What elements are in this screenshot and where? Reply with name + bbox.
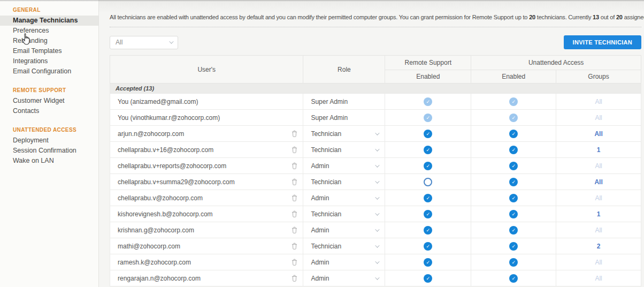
role-value: Technician <box>311 243 341 250</box>
user-email: chellaprabu.v@zohocorp.com <box>118 194 203 202</box>
delete-technician-icon[interactable] <box>292 210 297 217</box>
technicians-summary-text: All technicians are enabled with unatten… <box>110 0 641 20</box>
table-row: You (anizamed@gmail.com) Super Admin All <box>110 94 641 110</box>
filter-selected-value: All <box>116 39 122 46</box>
remote-support-toggle[interactable] <box>424 258 432 267</box>
groups-link[interactable]: All <box>595 259 602 266</box>
remote-support-toggle[interactable] <box>424 162 432 170</box>
remote-support-toggle[interactable] <box>424 226 432 235</box>
settings-sidebar: GENERAL Manage Technicians Preferences R… <box>0 0 99 287</box>
role-value: Admin <box>311 226 329 234</box>
unattended-access-toggle[interactable] <box>509 114 518 122</box>
groups-link[interactable]: 2 <box>597 243 601 250</box>
table-row: mathi@zohocorp.com Technician 2 <box>110 238 641 254</box>
user-email: chellaprabu.v+summa29@zohocorp.com <box>118 178 235 186</box>
remote-support-toggle[interactable] <box>424 194 432 202</box>
role-value: Admin <box>311 259 329 266</box>
sidebar-item-customer-widget[interactable]: Customer Widget <box>0 96 98 106</box>
delete-technician-icon[interactable] <box>292 194 297 201</box>
user-email: kishorevignesh.b@zohocorp.com <box>118 210 213 218</box>
delete-technician-icon[interactable] <box>292 178 297 185</box>
table-row: rengarajan.n@zohocorp.com Admin All <box>110 270 641 286</box>
chevron-down-icon <box>375 243 380 247</box>
chevron-down-icon <box>375 275 380 280</box>
role-value: Technician <box>311 178 341 186</box>
unattended-access-toggle[interactable] <box>509 97 518 106</box>
sidebar-item-session-confirmation[interactable]: Session Confirmation <box>0 146 98 156</box>
chevron-down-icon <box>375 131 380 135</box>
groups-link[interactable]: 1 <box>597 146 601 154</box>
unattended-access-toggle[interactable] <box>509 226 518 235</box>
sidebar-section-remote-support: REMOTE SUPPORT <box>0 83 98 96</box>
groups-link[interactable]: All <box>595 226 602 234</box>
user-email: chellaprabu.v+16@zohocorp.com <box>118 146 213 154</box>
unattended-access-toggle[interactable] <box>509 258 518 267</box>
sidebar-item-contacts[interactable]: Contacts <box>0 106 98 116</box>
chevron-down-icon <box>375 195 380 199</box>
delete-technician-icon[interactable] <box>292 275 297 282</box>
unattended-access-toggle[interactable] <box>509 274 518 283</box>
delete-technician-icon[interactable] <box>292 243 297 250</box>
remote-support-toggle[interactable] <box>424 97 432 106</box>
unattended-access-toggle[interactable] <box>509 210 518 218</box>
groups-link[interactable]: All <box>595 114 602 122</box>
groups-link[interactable]: All <box>595 98 602 105</box>
sidebar-item-deployment[interactable]: Deployment <box>0 135 98 146</box>
technician-filter-dropdown[interactable]: All <box>110 36 178 49</box>
user-email: mathi@zohocorp.com <box>118 243 180 250</box>
sidebar-item-wake-on-lan[interactable]: Wake on LAN <box>0 156 98 166</box>
delete-technician-icon[interactable] <box>292 259 297 266</box>
unattended-access-toggle[interactable] <box>509 130 518 138</box>
user-email: You (vinothkumar.r@zohocorp.com) <box>118 114 220 122</box>
user-email: You (anizamed@gmail.com) <box>118 98 198 105</box>
sidebar-item-email-configuration[interactable]: Email Configuration <box>0 66 98 77</box>
remote-support-toggle[interactable] <box>424 146 432 154</box>
remote-support-toggle[interactable] <box>424 114 432 122</box>
main-content: All technicians are enabled with unatten… <box>99 0 644 287</box>
accepted-group-label: Accepted (13) <box>110 84 641 94</box>
max-technicians-count: 20 <box>529 14 535 20</box>
sidebar-item-manage-technicians[interactable]: Manage Technicians <box>0 16 98 26</box>
chevron-down-icon <box>169 39 173 43</box>
role-value: Technician <box>311 210 341 218</box>
sidebar-item-preferences[interactable]: Preferences <box>0 26 98 36</box>
user-email: ramesh.k@zohocorp.com <box>118 259 191 266</box>
unattended-access-toggle[interactable] <box>509 162 518 170</box>
table-row: You (vinothkumar.r@zohocorp.com) Super A… <box>110 110 641 126</box>
groups-link[interactable]: All <box>594 178 602 186</box>
groups-link[interactable]: All <box>595 194 602 202</box>
unattended-access-toggle[interactable] <box>509 146 518 154</box>
delete-technician-icon[interactable] <box>292 162 297 169</box>
invite-technician-button[interactable]: INVITE TECHNICIAN <box>564 35 641 49</box>
table-row: krishnan.g@zohocorp.com Admin All <box>110 222 641 238</box>
remote-support-toggle[interactable] <box>424 210 432 218</box>
table-row: chellaprabu.v@zohocorp.com Admin All <box>110 190 641 206</box>
remote-support-toggle[interactable] <box>424 274 432 283</box>
role-value: Technician <box>311 130 341 138</box>
role-value: Admin <box>311 275 329 282</box>
role-value: Technician <box>311 146 341 154</box>
delete-technician-icon[interactable] <box>292 146 297 153</box>
groups-link[interactable]: 1 <box>597 210 601 218</box>
groups-link[interactable]: All <box>594 130 602 138</box>
unattended-access-toggle[interactable] <box>509 194 518 202</box>
sidebar-item-rebranding[interactable]: Rebranding <box>0 36 98 46</box>
groups-link[interactable]: All <box>595 275 602 282</box>
groups-link[interactable]: All <box>595 162 602 170</box>
sidebar-item-integrations[interactable]: Integrations <box>0 56 98 66</box>
sidebar-item-email-templates[interactable]: Email Templates <box>0 46 98 56</box>
sidebar-section-general: GENERAL <box>0 3 98 16</box>
unattended-access-toggle[interactable] <box>509 242 518 251</box>
chevron-down-icon <box>375 211 380 215</box>
column-header-unattended-access: Unattended Access <box>471 56 641 70</box>
delete-technician-icon[interactable] <box>292 226 297 233</box>
remote-support-toggle[interactable] <box>424 130 432 138</box>
delete-technician-icon[interactable] <box>292 130 297 137</box>
table-row: chellaprabu.v+summa29@zohocorp.com Techn… <box>110 174 641 190</box>
unattended-access-toggle[interactable] <box>509 178 518 186</box>
table-row: kishorevignesh.b@zohocorp.com Technician… <box>110 206 641 222</box>
user-email: chellaprabu.v+reports@zohocorp.com <box>118 162 226 170</box>
remote-support-toggle[interactable] <box>424 178 432 186</box>
remote-support-toggle[interactable] <box>424 242 432 251</box>
column-header-role: Role <box>303 56 385 84</box>
